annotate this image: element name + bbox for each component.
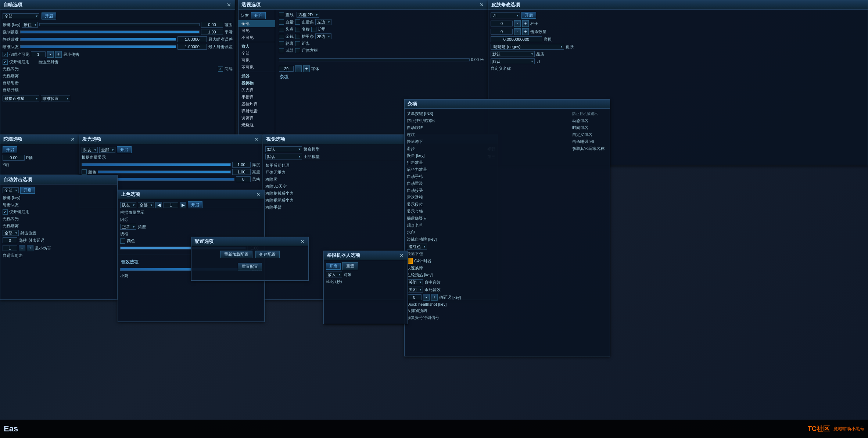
- seed-plus[interactable]: +: [522, 20, 529, 27]
- glow-thickness-slider[interactable]: [82, 163, 231, 166]
- wh-armor-check[interactable]: [311, 27, 316, 32]
- wh-outline-check[interactable]: [279, 41, 284, 46]
- glow-team-select[interactable]: 队友: [82, 147, 98, 153]
- kill-val[interactable]: 0: [491, 29, 513, 35]
- color-start-btn[interactable]: 开启: [188, 201, 202, 208]
- as-pos-select[interactable]: 全部: [3, 230, 19, 236]
- range-slider[interactable]: [39, 23, 200, 26]
- wh-armor-bar-check[interactable]: [295, 34, 300, 39]
- only-visible-check[interactable]: [3, 52, 8, 57]
- color-idx-prev[interactable]: ◀: [155, 202, 162, 208]
- as-start-btn[interactable]: 开启: [20, 187, 35, 194]
- wh-font-minus[interactable]: -: [295, 65, 302, 72]
- wh-frag[interactable]: 手榴弹: [238, 94, 275, 101]
- wh-weapon2-check[interactable]: [279, 48, 284, 53]
- wh-name-check[interactable]: [295, 27, 300, 32]
- auto-aim-close[interactable]: ✕: [226, 2, 232, 8]
- glow-all-select[interactable]: 全部: [99, 147, 115, 153]
- min-dmg-minus[interactable]: -: [47, 51, 54, 58]
- hold-select[interactable]: 按住: [22, 22, 38, 28]
- misc-fake-plus[interactable]: +: [431, 294, 438, 301]
- wh-flash[interactable]: 闪光弹: [238, 87, 275, 94]
- gyro-val[interactable]: 0.00: [3, 155, 25, 161]
- reset-config-btn[interactable]: 重置配置: [238, 263, 262, 270]
- glow-start-btn[interactable]: 开启: [117, 146, 132, 153]
- as-delay-val[interactable]: 0: [3, 237, 17, 243]
- vision-model1-select[interactable]: 默认: [265, 146, 302, 152]
- wh-decoy[interactable]: 诱饵弹: [238, 115, 275, 122]
- color-all-select[interactable]: 全部: [138, 202, 154, 208]
- wh-start-btn[interactable]: 开启: [251, 12, 266, 19]
- kill-minus[interactable]: -: [514, 28, 521, 35]
- seed-val[interactable]: 0: [491, 21, 513, 26]
- report-enemy-select[interactable]: 敌人: [326, 272, 342, 277]
- auto-aim-mode-select[interactable]: 全部: [3, 13, 39, 19]
- wh-invisible-item[interactable]: 不可见: [238, 34, 275, 41]
- wh-visible-item[interactable]: 可见: [238, 27, 275, 34]
- wh-c4[interactable]: 弹射地雷: [238, 108, 275, 115]
- wh-head-check[interactable]: [279, 27, 284, 32]
- skin-weapon-select[interactable]: 刀: [491, 12, 520, 18]
- report-bot-close[interactable]: ✕: [399, 252, 405, 258]
- wh-corpse-check[interactable]: [295, 48, 300, 53]
- config-close[interactable]: ✕: [300, 238, 305, 244]
- gyro-start-btn[interactable]: 开启: [3, 146, 17, 153]
- report-start-btn[interactable]: 开启: [326, 263, 341, 270]
- wh-dist-slider[interactable]: [279, 58, 470, 61]
- color-idx-next[interactable]: ▶: [180, 202, 186, 208]
- quality-select[interactable]: 默认: [491, 51, 535, 57]
- wh-line-check[interactable]: [279, 12, 284, 17]
- knife-select[interactable]: 默认: [491, 58, 535, 64]
- create-config-btn[interactable]: 创建配置: [255, 251, 280, 258]
- min-dmg-val[interactable]: 1: [31, 51, 46, 57]
- misc-fake-val[interactable]: 0: [407, 294, 422, 300]
- as-scope-check[interactable]: [3, 209, 8, 215]
- as-all-select[interactable]: 全部: [3, 187, 19, 193]
- wh-remote[interactable]: 遥控炸弹: [238, 101, 275, 108]
- glow-color-check[interactable]: [82, 169, 87, 175]
- wh-enemy-invisible[interactable]: 不可见: [238, 64, 275, 71]
- wh-hp-check[interactable]: [279, 19, 284, 25]
- aim-pos-select[interactable]: 瞄准位置: [41, 96, 70, 101]
- misc-hit-sound[interactable]: 关闭: [407, 279, 423, 285]
- min-dmg-plus[interactable]: +: [55, 51, 62, 58]
- wh-all-item[interactable]: 全部: [238, 20, 275, 27]
- skin-name-select[interactable]: ·哒哒哒·(negev): [491, 44, 564, 50]
- interval-check[interactable]: [218, 67, 223, 72]
- auto-aim-start-btn[interactable]: 开启: [42, 12, 56, 19]
- misc-fake-minus[interactable]: -: [423, 294, 430, 301]
- wh-box-select[interactable]: 方框 2D: [297, 12, 319, 18]
- wh-blood-side[interactable]: 左边: [315, 19, 331, 25]
- wh-molotov[interactable]: 燃烧瓶: [238, 122, 275, 129]
- as-min-minus[interactable]: -: [19, 245, 25, 251]
- wh-money-check[interactable]: [279, 34, 284, 39]
- misc-kill-sound[interactable]: 关闭: [407, 287, 423, 292]
- only-scope-check[interactable]: [3, 60, 8, 65]
- aim-team-slider[interactable]: [20, 45, 176, 48]
- glow-brightness-slider[interactable]: [98, 170, 231, 173]
- glow-close[interactable]: ✕: [254, 136, 259, 142]
- color-close[interactable]: ✕: [255, 191, 261, 197]
- reload-config-btn[interactable]: 重新加载配置: [220, 251, 252, 258]
- lock-slider[interactable]: [20, 30, 200, 33]
- wh-armor-side[interactable]: 左边: [315, 33, 331, 39]
- silent-slider[interactable]: [20, 38, 176, 41]
- wallhack-close[interactable]: ✕: [479, 2, 485, 8]
- wh-enemy-visible[interactable]: 可见: [238, 57, 275, 64]
- report-reset-btn[interactable]: 重置: [342, 262, 358, 270]
- wh-enemy-all[interactable]: 全部: [238, 50, 275, 57]
- color-normal-select[interactable]: 正常: [120, 224, 136, 230]
- vision-model2-select[interactable]: 默认: [265, 154, 302, 159]
- wh-dist-check[interactable]: [295, 41, 300, 46]
- wear-val[interactable]: 0.0000000000: [491, 36, 542, 42]
- skin-start-btn[interactable]: 开启: [521, 12, 536, 19]
- color-idx-val[interactable]: 1: [164, 202, 178, 208]
- color-team-select[interactable]: 队友: [120, 202, 136, 208]
- wh-font-size[interactable]: 29: [279, 66, 294, 72]
- gyro-close[interactable]: ✕: [70, 136, 76, 142]
- nearest-select[interactable]: 最接近准星: [3, 96, 39, 101]
- kill-plus[interactable]: +: [522, 28, 529, 35]
- seed-minus[interactable]: -: [514, 20, 521, 27]
- as-min-plus[interactable]: +: [27, 245, 33, 251]
- misc-flood-select[interactable]: 溢红色: [407, 244, 427, 249]
